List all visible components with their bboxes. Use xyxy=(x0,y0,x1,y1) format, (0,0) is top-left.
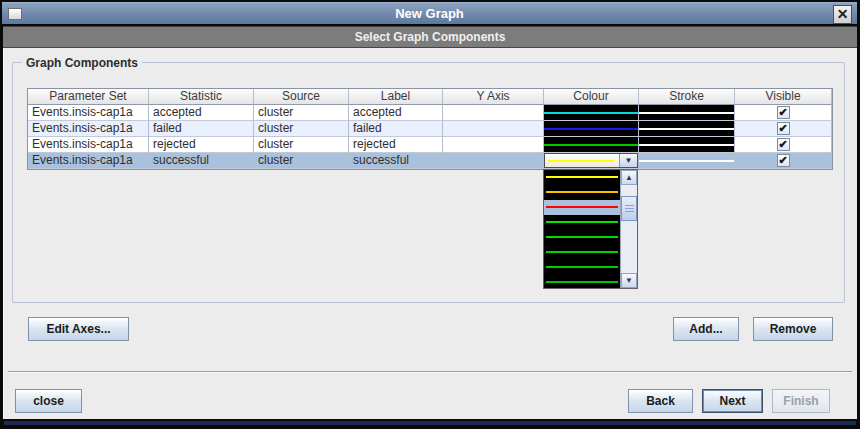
colour-line xyxy=(546,176,618,178)
button-bar-separator xyxy=(8,371,852,373)
cell-y-axis[interactable] xyxy=(443,153,544,169)
cell-y-axis[interactable] xyxy=(443,121,544,137)
groupbox-title: Graph Components xyxy=(22,56,142,70)
colour-line xyxy=(548,160,615,162)
cell-parameter-set[interactable]: Events.insis-cap1a xyxy=(28,137,149,153)
cell-y-axis[interactable] xyxy=(443,105,544,121)
title-bar: New Graph ✕ xyxy=(2,2,857,24)
col-header-visible[interactable]: Visible xyxy=(735,89,832,105)
cell-colour[interactable] xyxy=(544,121,639,137)
colour-line xyxy=(546,281,618,283)
colour-line xyxy=(546,266,618,268)
cell-label[interactable]: failed xyxy=(349,121,443,137)
window-menu-icon[interactable] xyxy=(8,8,22,20)
cell-source[interactable]: cluster xyxy=(254,137,349,153)
window-frame-accent xyxy=(4,421,856,425)
cell-source[interactable]: cluster xyxy=(254,105,349,121)
edit-axes-button[interactable]: Edit Axes... xyxy=(28,317,129,341)
cell-visible: ✔ xyxy=(735,153,832,169)
thumb-grip-icon xyxy=(625,205,634,213)
visible-checkbox[interactable]: ✔ xyxy=(777,106,790,119)
cell-stroke[interactable] xyxy=(639,137,735,153)
stroke-line xyxy=(639,144,734,146)
colour-line xyxy=(546,221,618,223)
cell-source[interactable]: cluster xyxy=(254,153,349,169)
stroke-line xyxy=(639,128,734,130)
col-header-label[interactable]: Label xyxy=(349,89,443,105)
cell-label[interactable]: accepted xyxy=(349,105,443,121)
check-icon: ✔ xyxy=(778,154,787,166)
cell-visible: ✔ xyxy=(735,121,832,137)
new-graph-dialog: New Graph ✕ Select Graph Components Grap… xyxy=(0,0,860,429)
cell-statistic[interactable]: successful xyxy=(149,153,254,169)
wizard-step-header: Select Graph Components xyxy=(3,26,857,48)
colour-line xyxy=(544,128,638,130)
col-header-colour[interactable]: Colour xyxy=(544,89,639,105)
cell-visible: ✔ xyxy=(735,105,832,121)
cell-parameter-set[interactable]: Events.insis-cap1a xyxy=(28,153,149,169)
remove-button[interactable]: Remove xyxy=(753,317,833,341)
col-header-source[interactable]: Source xyxy=(254,89,349,105)
cell-parameter-set[interactable]: Events.insis-cap1a xyxy=(28,105,149,121)
colour-line xyxy=(546,191,618,193)
back-button[interactable]: Back xyxy=(628,389,693,413)
visible-checkbox[interactable]: ✔ xyxy=(777,154,790,167)
scroll-up-icon: ▲ xyxy=(625,173,633,182)
cell-colour[interactable] xyxy=(544,137,639,153)
close-button[interactable]: close xyxy=(15,389,82,413)
visible-checkbox[interactable]: ✔ xyxy=(777,122,790,135)
stroke-line xyxy=(639,112,734,114)
dropdown-scrollbar[interactable]: ▲ ▼ xyxy=(620,170,637,288)
cell-colour[interactable] xyxy=(544,105,639,121)
scroll-up-button[interactable]: ▲ xyxy=(621,170,637,185)
cell-statistic[interactable]: rejected xyxy=(149,137,254,153)
col-header-statistic[interactable]: Statistic xyxy=(149,89,254,105)
cell-label[interactable]: rejected xyxy=(349,137,443,153)
window-title: New Graph xyxy=(395,6,464,21)
cell-source[interactable]: cluster xyxy=(254,121,349,137)
scroll-down-button[interactable]: ▼ xyxy=(621,273,637,288)
check-icon: ✔ xyxy=(778,138,787,150)
stroke-line xyxy=(639,160,734,162)
chevron-down-icon: ▼ xyxy=(625,153,633,168)
cell-visible: ✔ xyxy=(735,137,832,153)
colour-line xyxy=(544,144,638,146)
check-icon: ✔ xyxy=(778,106,787,118)
cell-stroke[interactable] xyxy=(639,153,735,169)
cell-statistic[interactable]: accepted xyxy=(149,105,254,121)
cell-y-axis[interactable] xyxy=(443,137,544,153)
col-header-y-axis[interactable]: Y Axis xyxy=(443,89,544,105)
add-button[interactable]: Add... xyxy=(673,317,739,341)
colour-line xyxy=(546,236,618,238)
close-icon: ✕ xyxy=(837,6,849,22)
colour-combobox-button[interactable]: ▼ xyxy=(619,154,637,167)
components-table: Parameter Set Statistic Source Label Y A… xyxy=(27,88,833,170)
colour-line xyxy=(546,251,618,253)
cell-statistic[interactable]: failed xyxy=(149,121,254,137)
finish-button[interactable]: Finish xyxy=(772,389,830,413)
check-icon: ✔ xyxy=(778,122,787,134)
close-window-button[interactable]: ✕ xyxy=(833,5,852,24)
col-header-parameter-set[interactable]: Parameter Set xyxy=(28,89,149,105)
cell-stroke[interactable] xyxy=(639,105,735,121)
colour-combobox[interactable]: ▼ xyxy=(544,153,638,168)
visible-checkbox[interactable]: ✔ xyxy=(777,138,790,151)
colour-dropdown-popup: ▲ ▼ xyxy=(543,169,638,289)
cell-colour-editor: ▼ xyxy=(544,153,639,169)
scrollbar-thumb[interactable] xyxy=(621,196,637,221)
colour-line xyxy=(544,112,638,114)
colour-line xyxy=(546,206,618,208)
cell-label[interactable]: successful xyxy=(349,153,443,169)
cell-stroke[interactable] xyxy=(639,121,735,137)
col-header-stroke[interactable]: Stroke xyxy=(639,89,735,105)
next-button[interactable]: Next xyxy=(702,389,763,413)
scroll-down-icon: ▼ xyxy=(625,276,633,285)
cell-parameter-set[interactable]: Events.insis-cap1a xyxy=(28,121,149,137)
